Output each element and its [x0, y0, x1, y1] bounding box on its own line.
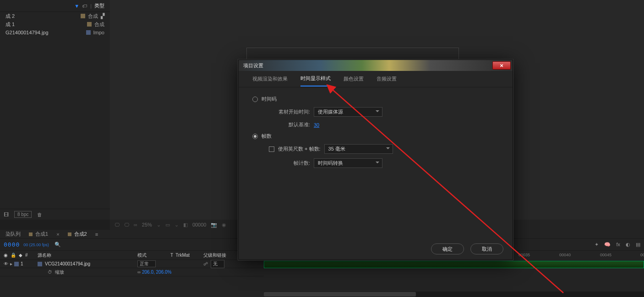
layer-type-icon	[38, 262, 42, 266]
camera-icon[interactable]: 📷	[211, 222, 217, 228]
property-value[interactable]: 206.0, 206.0%	[142, 270, 172, 275]
frames-radio-row[interactable]: 帧数	[252, 133, 499, 140]
layer-name[interactable]: VCG21400014794.jpg	[45, 261, 90, 266]
display-icon[interactable]: 🖵	[124, 222, 129, 227]
color-swatch	[86, 30, 91, 35]
zoom-level[interactable]: 25%	[142, 222, 152, 227]
snapshot-icon[interactable]: ◉	[222, 222, 226, 228]
visibility-icon[interactable]: 👁	[4, 261, 8, 266]
label-column-icon[interactable]: ◆	[19, 253, 22, 258]
project-item-name: 成 1	[5, 21, 15, 28]
default-base-value[interactable]: 30	[314, 122, 319, 128]
footage-start-dropdown[interactable]: 使用媒体源	[314, 107, 382, 117]
tab-time-display-style[interactable]: 时间显示样式	[300, 71, 331, 86]
scrollbar-thumb[interactable]	[264, 292, 416, 297]
default-base-label: 默认基准:	[269, 121, 310, 128]
separator: |	[90, 3, 92, 9]
dialog-body: 时间码 素材开始时间: 使用媒体源 默认基准: 30 帧数 使用英尺数 + 帧数…	[239, 87, 513, 178]
tab-color-settings[interactable]: 颜色设置	[344, 72, 364, 86]
tag-icon[interactable]: 🏷	[82, 3, 87, 9]
project-item-type: 合成	[88, 13, 98, 20]
tab-comp2[interactable]: 合成2	[68, 231, 87, 238]
current-timecode[interactable]: 0000	[4, 241, 20, 248]
project-item-comp1[interactable]: 成 1 合成	[0, 20, 110, 28]
link-icon[interactable]: ∞	[134, 222, 137, 227]
twirl-icon[interactable]: ▸	[10, 261, 12, 266]
tab-audio-settings[interactable]: 音频设置	[377, 72, 397, 86]
column-header-source-name[interactable]: 源名称	[38, 252, 137, 259]
panel-twirl-icon[interactable]: ▼	[74, 3, 79, 9]
timeline-scrollbar[interactable]	[264, 292, 644, 297]
tab-render-queue[interactable]: 染队列	[5, 231, 21, 238]
mask-icon[interactable]: ◧	[183, 222, 188, 228]
constrain-proportions-icon[interactable]: ∞	[137, 270, 141, 275]
project-panel-footer: 🎞 8 bpc 🗑	[0, 209, 110, 220]
project-item-comp2[interactable]: 成 2 合成▞	[0, 12, 110, 20]
feet-frames-checkbox[interactable]	[269, 146, 274, 152]
chevron-down-icon[interactable]: ⌄	[157, 222, 161, 228]
blend-mode-dropdown[interactable]: 正常	[137, 260, 156, 267]
radio-timecode[interactable]	[252, 97, 258, 102]
shy-icon[interactable]: ✦	[595, 242, 599, 248]
viewer-timecode[interactable]: 00000	[192, 222, 207, 227]
stopwatch-icon[interactable]: ⏱	[48, 270, 52, 275]
cancel-button[interactable]: 取消	[470, 243, 503, 254]
trash-icon[interactable]: 🗑	[37, 212, 42, 217]
column-header-trkmat[interactable]: T TrkMat	[170, 253, 203, 258]
chevron-down-icon[interactable]: ⌄	[175, 222, 179, 228]
lock-column-icon[interactable]: 🔒	[11, 253, 16, 258]
tab-menu-icon[interactable]: ≡	[95, 232, 98, 237]
dialog-titlebar[interactable]: 项目设置 ✕	[239, 60, 513, 71]
search-icon[interactable]: 🔍	[55, 242, 61, 248]
tab-video-rendering[interactable]: 视频渲染和效果	[252, 72, 288, 86]
feet-frames-dropdown[interactable]: 35 毫米	[324, 144, 393, 154]
graph-editor-icon[interactable]: ▤	[636, 242, 640, 248]
project-item-type: Impo	[93, 30, 104, 35]
color-swatch	[81, 14, 85, 18]
color-swatch	[68, 232, 71, 236]
frame-count-label: 帧计数:	[269, 160, 310, 167]
dialog-title: 项目设置	[243, 62, 492, 69]
layer-color-swatch[interactable]	[14, 262, 19, 266]
tab-close-icon[interactable]: ×	[56, 232, 59, 237]
project-item-name: G21400014794.jpg	[5, 30, 49, 35]
pickwhip-icon[interactable]: ☍	[203, 261, 208, 266]
fx-icon[interactable]: fx	[616, 242, 620, 248]
bpc-indicator[interactable]: 8 bpc	[14, 211, 32, 218]
av-column-icon[interactable]: ◉	[4, 253, 8, 258]
color-swatch	[29, 232, 33, 236]
project-rows: 成 2 合成▞ 成 1 合成 G21400014794.jpg Impo	[0, 12, 110, 37]
timeline-toolbar: ✦ 🧠 fx ◐ ▤	[595, 242, 640, 248]
radio-frames[interactable]	[252, 134, 258, 139]
dialog-close-button[interactable]: ✕	[492, 61, 511, 70]
footage-start-label: 素材开始时间:	[269, 108, 310, 115]
tab-comp1[interactable]: 合成1	[29, 231, 48, 238]
monitor-icon[interactable]: 🖵	[115, 222, 120, 227]
frame-count-dropdown[interactable]: 时间码转换	[314, 158, 382, 168]
dialog-footer: 确定 取消	[239, 238, 513, 259]
project-panel-header: ▼ 🏷 | 类型	[0, 0, 110, 12]
layer-duration-bar[interactable]	[264, 261, 644, 268]
layer-index: 1	[21, 261, 23, 266]
column-header-mode[interactable]: 模式	[137, 252, 170, 259]
ruler-tick: 00040	[559, 253, 571, 257]
color-swatch	[87, 22, 92, 27]
project-item-footage[interactable]: G21400014794.jpg Impo	[0, 28, 110, 37]
brain-icon[interactable]: 🧠	[604, 242, 611, 248]
property-label[interactable]: 缩放	[55, 269, 64, 275]
current-fps: 00 (25.00 fps)	[23, 243, 49, 247]
column-header-type[interactable]: 类型	[94, 2, 106, 9]
project-panel: ▼ 🏷 | 类型 成 2 合成▞ 成 1 合成 G21400014794.jpg…	[0, 0, 110, 220]
motion-blur-icon[interactable]: ◐	[626, 242, 630, 248]
index-column-header[interactable]: #	[25, 253, 28, 258]
ruler-tick: 00045	[600, 253, 611, 257]
ruler-tick: 00035	[518, 253, 530, 257]
dialog-tab-bar: 视频渲染和效果 时间显示样式 颜色设置 音频设置	[239, 71, 513, 87]
timecode-radio-row[interactable]: 时间码	[252, 96, 499, 103]
parent-dropdown[interactable]: 无	[211, 260, 224, 268]
interpret-footage-icon[interactable]: 🎞	[4, 212, 9, 217]
ok-button[interactable]: 确定	[431, 243, 464, 254]
res-icon[interactable]: ▭	[165, 222, 170, 228]
project-settings-dialog: 项目设置 ✕ 视频渲染和效果 时间显示样式 颜色设置 音频设置 时间码 素材开始…	[238, 59, 513, 260]
flowchart-icon: ▞	[101, 13, 104, 19]
